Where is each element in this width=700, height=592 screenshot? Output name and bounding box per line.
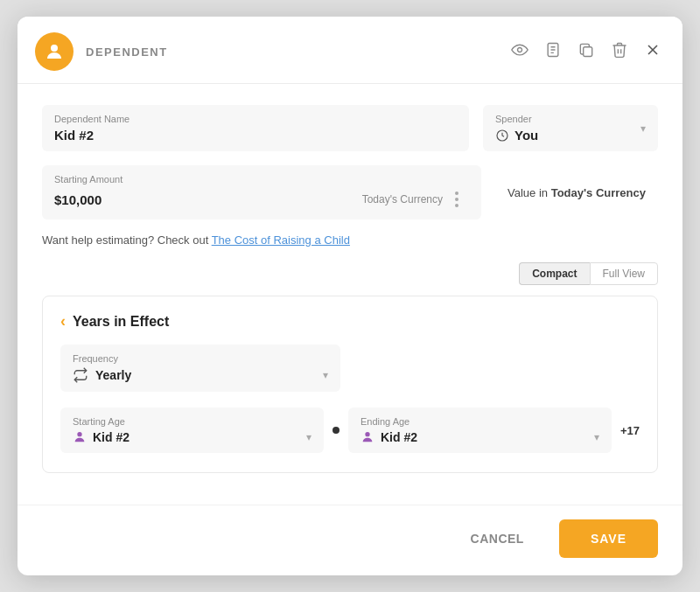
modal-header: DEPENDENT <box>18 17 682 84</box>
compact-view-button[interactable]: Compact <box>519 262 589 285</box>
starting-age-label: Starting Age <box>73 416 312 427</box>
help-link[interactable]: The Cost of Raising a Child <box>212 233 350 247</box>
ending-age-field: Ending Age Kid #2 ▾ <box>348 407 612 453</box>
value-info-prefix: Value in <box>508 186 548 199</box>
ending-age-value-row: Kid #2 ▾ <box>360 430 599 444</box>
starting-age-inner: Kid #2 <box>73 430 130 444</box>
starting-age-person-icon <box>73 430 87 444</box>
ending-age-dropdown-arrow[interactable]: ▾ <box>594 431 599 443</box>
starting-amount-label: Starting Amount <box>54 174 469 185</box>
svg-point-11 <box>365 432 369 436</box>
spender-icon <box>495 129 509 143</box>
amount-right: Today's Currency <box>355 188 469 211</box>
document-icon[interactable] <box>544 41 562 62</box>
frequency-value-row: Yearly ▾ <box>73 367 328 383</box>
starting-age-value: Kid #2 <box>93 430 130 444</box>
modal-body: Dependent Name Kid #2 Spender You ▾ <box>18 84 682 505</box>
spender-value-row: You <box>495 128 635 143</box>
ending-age-person-icon <box>360 430 374 444</box>
header-actions <box>511 41 662 62</box>
starting-age-dropdown-arrow[interactable]: ▾ <box>306 431 312 443</box>
collapse-button[interactable]: ‹ <box>60 312 66 331</box>
years-title: Years in Effect <box>73 314 169 330</box>
header-icon-circle <box>35 32 74 71</box>
dependent-name-value: Kid #2 <box>54 128 457 143</box>
more-options-button[interactable] <box>452 188 462 211</box>
frequency-select[interactable]: Frequency Yearly ▾ <box>60 345 340 392</box>
spender-inner: Spender You <box>495 114 635 143</box>
years-in-effect-box: ‹ Years in Effect Frequency <box>42 296 658 473</box>
copy-icon[interactable] <box>578 41 595 62</box>
eye-icon[interactable] <box>511 41 528 62</box>
trash-icon[interactable] <box>611 41 628 62</box>
ending-age-badge: +17 <box>620 424 640 437</box>
spender-value: You <box>514 128 538 143</box>
ending-age-value: Kid #2 <box>381 430 417 444</box>
view-toggle: Compact Full View <box>42 262 658 285</box>
dependent-name-label: Dependent Name <box>54 114 457 124</box>
frequency-dropdown-arrow[interactable]: ▾ <box>323 369 328 381</box>
amount-row: Starting Amount $10,000 Today's Currency… <box>42 165 658 219</box>
full-view-button[interactable]: Full View <box>590 262 658 285</box>
frequency-value: Yearly <box>95 368 131 382</box>
modal-container: DEPENDENT <box>18 17 682 575</box>
svg-point-10 <box>77 432 81 436</box>
starting-age-field: Starting Age Kid #2 ▾ <box>60 407 324 453</box>
dependent-name-field: Dependent Name Kid #2 <box>42 105 469 151</box>
today-currency-label: Today's Currency <box>362 193 443 205</box>
starting-age-value-row: Kid #2 ▾ <box>73 430 312 444</box>
repeat-icon <box>73 367 88 383</box>
page-title: DEPENDENT <box>86 45 168 59</box>
age-separator <box>332 427 340 434</box>
spender-label: Spender <box>495 114 635 124</box>
value-info: Value in Today's Currency <box>495 165 658 219</box>
spender-field: Spender You ▾ <box>483 105 658 151</box>
name-spender-row: Dependent Name Kid #2 Spender You ▾ <box>42 105 658 151</box>
frequency-row: Frequency Yearly ▾ <box>60 345 640 392</box>
years-header: ‹ Years in Effect <box>60 312 640 331</box>
person-icon <box>44 41 65 62</box>
ending-age-label: Ending Age <box>360 416 599 427</box>
help-text: Want help estimating? Check out The Cost… <box>42 233 658 247</box>
age-row: Starting Age Kid #2 ▾ <box>60 407 640 453</box>
close-button[interactable] <box>644 41 662 62</box>
svg-rect-6 <box>584 47 592 57</box>
starting-amount-value: $10,000 <box>54 192 102 207</box>
ending-age-inner: Kid #2 <box>360 430 417 444</box>
frequency-inner: Yearly <box>73 367 131 383</box>
help-text-prefix: Want help estimating? Check out <box>42 233 212 247</box>
spender-dropdown-arrow[interactable]: ▾ <box>640 122 646 135</box>
cancel-button[interactable]: CANCEL <box>450 521 545 556</box>
svg-point-0 <box>51 45 58 52</box>
svg-point-1 <box>518 48 522 52</box>
modal-footer: CANCEL SAVE <box>18 505 682 575</box>
value-info-bold: Today's Currency <box>551 186 646 199</box>
frequency-label: Frequency <box>73 353 328 364</box>
starting-amount-field: Starting Amount $10,000 Today's Currency <box>42 165 481 219</box>
save-button[interactable]: SAVE <box>559 519 658 558</box>
